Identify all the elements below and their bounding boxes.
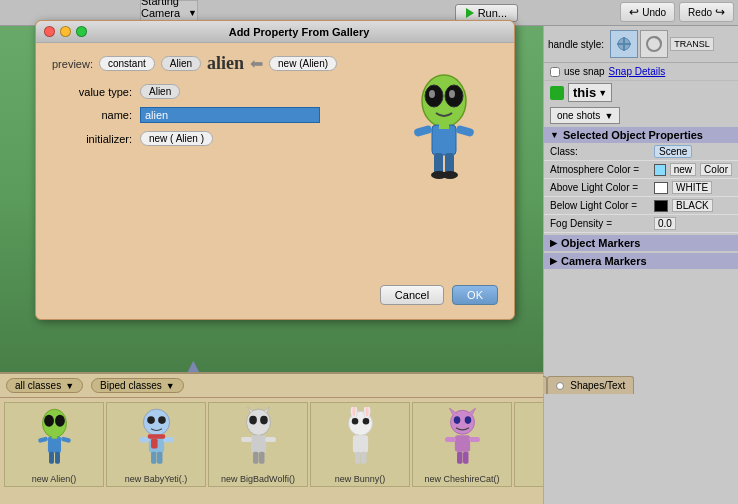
svg-point-16 [442, 171, 458, 179]
gallery-item-cheshirecat-label: new CheshireCat() [424, 474, 499, 484]
handle-transl-btn[interactable]: TRANSL [670, 37, 714, 51]
handle-rotation-btn[interactable] [640, 30, 668, 58]
camera-markers-label: Camera Markers [561, 255, 647, 267]
alien-figure-small [24, 407, 84, 467]
svg-rect-43 [259, 452, 264, 464]
babyyeti-figure [126, 407, 186, 467]
svg-rect-51 [352, 435, 367, 452]
gallery-item-babyyeti[interactable]: new BabyYeti(.) [106, 402, 206, 487]
all-classes-filter[interactable]: all classes ▼ [6, 378, 83, 393]
above-light-value[interactable]: WHITE [672, 181, 712, 194]
cur-figure [534, 407, 543, 467]
minimize-window-button[interactable] [60, 26, 71, 37]
biped-classes-label: Biped classes [100, 380, 162, 391]
handle-default-icon [614, 34, 634, 54]
alien-type-btn[interactable]: Alien [161, 56, 201, 71]
class-row: Class: Scene [544, 143, 738, 161]
one-shots-arrow-icon: ▼ [604, 111, 613, 121]
gallery-item-bunny-label: new Bunny() [335, 474, 386, 484]
new-alien-btn[interactable]: new (Alien) [269, 56, 337, 71]
svg-rect-57 [454, 435, 469, 451]
fog-density-value[interactable]: 0.0 [654, 217, 676, 230]
svg-rect-53 [361, 452, 366, 464]
class-prop-label: Class: [550, 146, 650, 157]
cancel-button[interactable]: Cancel [380, 285, 444, 305]
one-shots-dropdown[interactable]: one shots ▼ [550, 107, 620, 124]
biped-classes-filter[interactable]: Biped classes ▼ [91, 378, 184, 393]
redo-label: Redo [688, 7, 712, 18]
handle-default-btn[interactable] [610, 30, 638, 58]
use-snap-checkbox[interactable] [550, 67, 560, 77]
value-type-value[interactable]: Alien [140, 84, 180, 99]
babyyeti-svg [134, 407, 179, 467]
atmosphere-color-row: Atmosphere Color = new Color [544, 161, 738, 179]
gallery-item-babyyeti-label: new BabyYeti(.) [125, 474, 188, 484]
tab-shapes-text[interactable]: Shapes/Text [547, 376, 634, 394]
svg-rect-34 [151, 452, 156, 464]
camera-view-dropdown-icon[interactable]: ▼ [188, 8, 197, 18]
svg-rect-21 [51, 435, 56, 438]
svg-rect-9 [432, 125, 456, 155]
dialog-titlebar: Add Property From Gallery [36, 21, 514, 43]
bigbadwolf-figure [228, 407, 288, 467]
svg-point-28 [158, 416, 166, 424]
svg-point-49 [351, 418, 358, 425]
svg-rect-41 [265, 437, 276, 442]
initializer-label: initializer: [52, 133, 132, 145]
name-label: name: [52, 109, 132, 121]
section-triangle-icon: ▼ [550, 130, 559, 140]
undo-redo-bar: ↩ Undo Redo ↪ [543, 2, 738, 22]
class-value[interactable]: Scene [654, 145, 692, 158]
use-snap-label: use snap [564, 66, 605, 77]
selected-object-header[interactable]: ▼ Selected Object Properties [544, 127, 738, 143]
below-light-swatch[interactable] [654, 200, 668, 212]
snap-details-link[interactable]: Snap Details [609, 66, 666, 77]
object-markers-header[interactable]: ▶ Object Markers [544, 235, 738, 251]
constant-badge: constant [99, 56, 155, 71]
object-markers-label: Object Markers [561, 237, 640, 249]
svg-point-26 [143, 409, 169, 435]
this-row: this ▼ [544, 81, 738, 104]
atmosphere-new-value[interactable]: new [670, 163, 696, 176]
handle-style-row: handle style: TRANSL [544, 26, 738, 63]
svg-point-55 [453, 416, 460, 424]
above-light-color-label: Above Light Color = [550, 182, 650, 193]
close-window-button[interactable] [44, 26, 55, 37]
atmosphere-color-swatch[interactable] [654, 164, 666, 176]
preview-label: preview: [52, 58, 93, 70]
cur-svg [542, 407, 544, 467]
handle-style-label: handle style: [548, 39, 604, 50]
svg-point-7 [429, 90, 435, 98]
name-input[interactable] [140, 107, 320, 123]
gallery-item-cur[interactable]: new Cur... [514, 402, 543, 487]
ok-button[interactable]: OK [452, 285, 498, 305]
svg-rect-61 [463, 452, 468, 464]
svg-rect-35 [157, 452, 162, 464]
gallery-item-cheshirecat[interactable]: new CheshireCat() [412, 402, 512, 487]
gallery-item-alien[interactable]: new Alien() [4, 402, 104, 487]
svg-rect-10 [439, 123, 449, 129]
svg-point-56 [464, 416, 471, 424]
cheshirecat-figure [432, 407, 492, 467]
svg-rect-2 [617, 43, 631, 45]
svg-rect-60 [457, 452, 462, 464]
redo-button[interactable]: Redo ↪ [679, 2, 734, 22]
run-triangle-icon [466, 8, 474, 18]
gallery-item-bunny[interactable]: new Bunny() [310, 402, 410, 487]
svg-point-27 [147, 416, 155, 424]
dialog-buttons: Cancel OK [380, 285, 498, 305]
initializer-value[interactable]: new ( Alien ) [140, 131, 213, 146]
this-dropdown[interactable]: this ▼ [568, 83, 612, 102]
below-light-value[interactable]: BLACK [672, 199, 713, 212]
svg-rect-40 [241, 437, 252, 442]
undo-button[interactable]: ↩ Undo [620, 2, 675, 22]
maximize-window-button[interactable] [76, 26, 87, 37]
alien-name-label: alien [207, 53, 244, 74]
bunny-figure [330, 407, 390, 467]
camera-markers-header[interactable]: ▶ Camera Markers [544, 253, 738, 269]
gallery-filters: all classes ▼ Biped classes ▼ [0, 374, 543, 398]
gallery-item-alien-label: new Alien() [32, 474, 77, 484]
biped-classes-dropdown-icon: ▼ [166, 381, 175, 391]
gallery-item-bigbadwolf[interactable]: new BigBadWolfi() [208, 402, 308, 487]
above-light-swatch[interactable] [654, 182, 668, 194]
